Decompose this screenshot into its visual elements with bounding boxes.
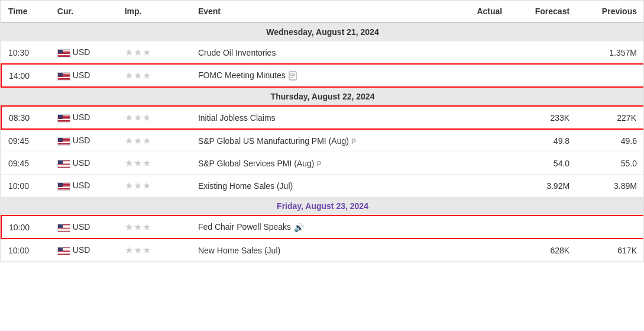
event-name: Initial Jobless Claims <box>198 113 276 123</box>
us-flag-icon <box>57 182 70 191</box>
event-name: Crude Oil Inventories <box>198 48 276 57</box>
event-cell: Initial Jobless Claims <box>191 106 448 129</box>
importance-stars: ★★★ <box>125 70 151 81</box>
importance-cell: ★★★ <box>118 106 191 129</box>
forecast-cell: 233K <box>509 106 577 129</box>
event-cell: S&P Global Services PMI (Aug)P <box>191 152 448 175</box>
currency-label: USD <box>73 181 90 190</box>
table-row: 08:30USD★★★Initial Jobless Claims233K227… <box>1 106 644 129</box>
time-cell: 08:30 <box>1 106 50 129</box>
table-row: 10:00USD★★★Existing Home Sales (Jul)3.92… <box>1 175 644 197</box>
time-cell: 14:00 <box>1 64 50 87</box>
event-name: S&P Global US Manufacturing PMI (Aug) <box>198 136 349 146</box>
table-row: 10:30USD★★★Crude Oil Inventories1.357M <box>1 41 644 65</box>
speaker-icon: 🔊 <box>294 223 304 232</box>
currency-label: USD <box>73 245 90 255</box>
header-actual: Actual <box>448 1 510 23</box>
previous-cell <box>577 216 644 239</box>
us-flag-icon <box>57 247 70 255</box>
event-name: New Home Sales (Jul) <box>198 246 280 255</box>
previous-cell: 3.89M <box>577 175 644 197</box>
section-date: Friday, August 23, 2024 <box>1 197 644 216</box>
table-row: 14:00USD★★★FOMC Meeting Minutes <box>1 64 644 87</box>
section-date: Wednesday, August 21, 2024 <box>1 23 644 41</box>
previous-cell: 1.357M <box>577 41 644 65</box>
currency-label: USD <box>73 158 90 168</box>
currency-label: USD <box>73 47 90 57</box>
event-cell: S&P Global US Manufacturing PMI (Aug)P <box>191 129 448 152</box>
us-flag-icon <box>57 160 70 168</box>
actual-cell <box>448 175 510 197</box>
header-importance: Imp. <box>118 1 191 23</box>
importance-stars: ★★★ <box>125 180 151 191</box>
importance-stars: ★★★ <box>125 135 151 146</box>
header-event: Event <box>191 1 448 23</box>
currency-cell: USD <box>50 129 118 152</box>
us-flag-icon <box>57 114 70 123</box>
currency-label: USD <box>73 113 90 122</box>
document-icon <box>289 71 297 80</box>
header-currency: Cur. <box>50 1 118 23</box>
section-header: Friday, August 23, 2024 <box>1 197 644 216</box>
currency-cell: USD <box>50 175 118 197</box>
event-name: Existing Home Sales (Jul) <box>198 181 293 191</box>
time-cell: 10:30 <box>1 41 50 65</box>
forecast-cell: 628K <box>509 239 577 262</box>
event-cell: Crude Oil Inventories <box>191 41 448 65</box>
header-time: Time <box>1 1 50 23</box>
us-flag-icon <box>57 72 70 81</box>
forecast-cell: 49.8 <box>509 129 577 152</box>
actual-cell <box>448 239 510 262</box>
actual-cell <box>448 152 510 175</box>
importance-cell: ★★★ <box>118 64 191 87</box>
us-flag-icon <box>57 137 70 146</box>
event-cell: Fed Chair Powell Speaks🔊 <box>191 216 448 239</box>
event-cell: New Home Sales (Jul) <box>191 239 448 262</box>
preliminary-indicator: P <box>317 160 322 168</box>
forecast-cell: 3.92M <box>509 175 577 197</box>
time-cell: 09:45 <box>1 152 50 175</box>
currency-cell: USD <box>50 152 118 175</box>
table-row: 09:45USD★★★S&P Global US Manufacturing P… <box>1 129 644 152</box>
currency-label: USD <box>73 70 90 80</box>
importance-stars: ★★★ <box>125 112 151 123</box>
time-cell: 10:00 <box>1 239 50 262</box>
importance-cell: ★★★ <box>118 239 191 262</box>
previous-cell: 617K <box>577 239 644 262</box>
event-cell: FOMC Meeting Minutes <box>191 64 448 87</box>
previous-cell: 227K <box>577 106 644 129</box>
currency-cell: USD <box>50 239 118 262</box>
actual-cell <box>448 106 510 129</box>
economic-calendar-table: Time Cur. Imp. Event Actual Forecast Pre… <box>0 0 644 262</box>
forecast-cell <box>509 216 577 239</box>
section-header: Wednesday, August 21, 2024 <box>1 23 644 41</box>
currency-cell: USD <box>50 216 118 239</box>
event-name: FOMC Meeting Minutes <box>198 70 286 80</box>
section-header: Thursday, August 22, 2024 <box>1 87 644 106</box>
preliminary-indicator: P <box>351 137 356 146</box>
importance-stars: ★★★ <box>125 47 151 58</box>
importance-cell: ★★★ <box>118 152 191 175</box>
currency-cell: USD <box>50 41 118 65</box>
forecast-cell <box>509 41 577 65</box>
event-name: S&P Global Services PMI (Aug) <box>198 159 315 168</box>
currency-label: USD <box>73 136 90 145</box>
importance-stars: ★★★ <box>125 221 151 233</box>
time-cell: 10:00 <box>1 175 50 197</box>
previous-cell: 55.0 <box>577 152 644 175</box>
previous-cell <box>577 64 644 87</box>
importance-cell: ★★★ <box>118 175 191 197</box>
forecast-cell <box>509 64 577 87</box>
importance-stars: ★★★ <box>125 245 151 256</box>
table-row: 09:45USD★★★S&P Global Services PMI (Aug)… <box>1 152 644 175</box>
currency-label: USD <box>73 222 90 232</box>
actual-cell <box>448 41 510 65</box>
importance-cell: ★★★ <box>118 129 191 152</box>
actual-cell <box>448 216 510 239</box>
header-previous: Previous <box>577 1 644 23</box>
time-cell: 09:45 <box>1 129 50 152</box>
actual-cell <box>448 64 510 87</box>
importance-stars: ★★★ <box>125 158 151 169</box>
event-name: Fed Chair Powell Speaks <box>198 222 291 232</box>
currency-cell: USD <box>50 106 118 129</box>
